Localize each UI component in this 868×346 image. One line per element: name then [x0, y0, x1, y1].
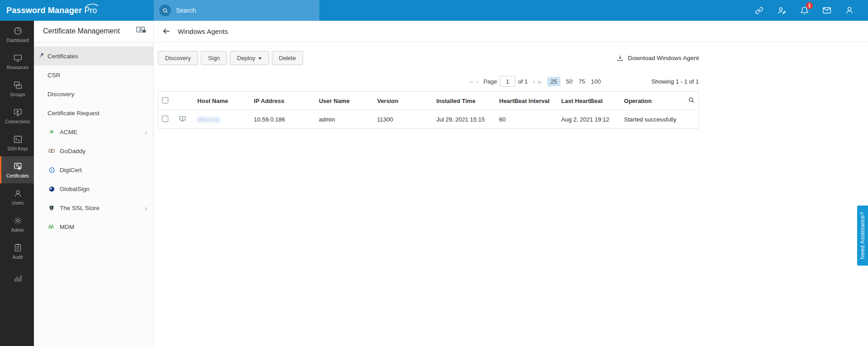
- notification-badge: 1: [806, 2, 813, 9]
- back-button[interactable]: [162, 27, 171, 36]
- page-size-50[interactable]: 50: [566, 78, 573, 85]
- digicert-icon: [47, 167, 56, 173]
- page-title: Windows Agents: [178, 28, 228, 35]
- sidebar-item-discovery[interactable]: Discovery: [34, 84, 153, 103]
- user-edit-icon[interactable]: [777, 5, 787, 15]
- download-icon: [617, 55, 624, 62]
- top-bar: Password Manager Pro 1: [0, 0, 868, 21]
- users-icon: [13, 189, 23, 198]
- sign-button[interactable]: Sign: [201, 51, 227, 65]
- toolbar: Discovery Sign Deploy Delete Download Wi…: [158, 51, 699, 65]
- connections-icon: [13, 108, 23, 117]
- sidebar-item-certificate-request[interactable]: Certificate Request: [34, 103, 153, 122]
- nav-item-connections[interactable]: Connections: [0, 102, 34, 129]
- cell-last-heartbeat: Aug 2, 2021 19:12: [558, 110, 621, 129]
- bar-chart-icon: [13, 274, 23, 283]
- table-row[interactable]: (blurred) 10.59.0.186 admin 11300 Jul 29…: [158, 110, 699, 129]
- host-name-link[interactable]: (blurred): [197, 116, 219, 123]
- col-ip-address: IP Address: [250, 92, 315, 110]
- sidebar-item-acme[interactable]: ✳ ACME ›: [34, 122, 153, 141]
- nav-item-audit[interactable]: Audit: [0, 238, 34, 265]
- audit-icon: [13, 243, 23, 252]
- last-page-button[interactable]: »: [538, 78, 541, 85]
- col-installed-time: Installed Time: [433, 92, 496, 110]
- page-number-input[interactable]: [500, 76, 515, 87]
- pin-icon: [38, 52, 45, 60]
- nav-item-resources[interactable]: Resources: [0, 48, 34, 75]
- cell-installed-time: Jul 29, 2021 15:15: [433, 110, 496, 129]
- search-input[interactable]: [176, 7, 314, 14]
- acme-icon: ✳: [47, 128, 56, 136]
- sidebar-item-globalsign[interactable]: GlobalSign: [34, 179, 153, 198]
- discovery-button[interactable]: Discovery: [158, 51, 198, 65]
- prev-page-button[interactable]: ‹: [476, 78, 479, 85]
- notifications-bell-icon[interactable]: 1: [799, 5, 809, 15]
- select-all-checkbox[interactable]: [162, 97, 168, 103]
- sidebar-item-digicert[interactable]: DigiCert: [34, 160, 153, 179]
- content-area: Discovery Sign Deploy Delete Download Wi…: [154, 42, 703, 129]
- certificate-sidebar: Certificate Management Certificates CSR …: [34, 21, 154, 346]
- nav-item-groups[interactable]: Groups: [0, 75, 34, 102]
- cell-ip-address: 10.59.0.186: [250, 110, 315, 129]
- col-operation: Operation: [621, 92, 680, 110]
- main-panel: Windows Agents Discovery Sign Deploy Del…: [154, 21, 868, 346]
- profile-user-icon[interactable]: [844, 5, 854, 15]
- chevron-right-icon: ›: [145, 128, 147, 136]
- nav-item-users[interactable]: Users: [0, 183, 34, 210]
- delete-button[interactable]: Delete: [272, 51, 304, 65]
- app-logo: Password Manager Pro: [0, 0, 154, 21]
- page-size-25[interactable]: 25: [547, 77, 560, 86]
- need-assistance-tab[interactable]: Need Assistance?: [857, 206, 868, 266]
- godaddy-icon: [47, 148, 56, 154]
- sidebar-items: Certificates CSR Discovery Certificate R…: [34, 42, 153, 236]
- main-header: Windows Agents: [154, 21, 868, 42]
- deploy-button[interactable]: Deploy: [230, 51, 269, 65]
- link-icon[interactable]: [754, 5, 764, 15]
- sidebar-header: Certificate Management: [34, 21, 153, 42]
- sidebar-item-godaddy[interactable]: GoDaddy: [34, 141, 153, 160]
- page-label: Page: [484, 78, 497, 85]
- search-icon[interactable]: [159, 5, 171, 16]
- top-icon-group: 1: [754, 0, 868, 21]
- admin-icon: [13, 216, 23, 225]
- sidebar-item-certificates[interactable]: Certificates: [34, 47, 153, 65]
- globalsign-icon: [47, 186, 56, 192]
- cell-operation: Started successfully: [621, 110, 680, 129]
- cell-heartbeat-interval: 60: [496, 110, 558, 129]
- col-host-name: Host Name: [194, 92, 250, 110]
- primary-nav: Dashboard Resources Groups Connections S…: [0, 21, 34, 346]
- col-heartbeat-interval: HeartBeat Interval: [496, 92, 558, 110]
- first-page-button[interactable]: «: [470, 78, 473, 85]
- sidebar-item-csr[interactable]: CSR: [34, 65, 153, 84]
- ssh-keys-icon: [13, 135, 23, 144]
- logo-title: Password Manager: [6, 6, 82, 15]
- download-windows-agent-button[interactable]: Download Windows Agent: [617, 55, 699, 62]
- chevron-right-icon: ›: [145, 204, 147, 212]
- nav-item-reports[interactable]: [0, 265, 34, 292]
- col-last-heartbeat: Last HeartBeat: [558, 92, 621, 110]
- caret-down-icon: [258, 57, 262, 60]
- nav-item-ssh-keys[interactable]: SSH Keys: [0, 129, 34, 156]
- table-search-icon[interactable]: [688, 98, 695, 105]
- mail-icon[interactable]: [822, 5, 832, 15]
- cell-version: 11300: [374, 110, 433, 129]
- groups-icon: [13, 80, 23, 90]
- agent-host-icon: [179, 117, 186, 124]
- back-arrow-icon: [162, 27, 171, 36]
- sidebar-item-ssl-store[interactable]: The SSL Store ›: [34, 198, 153, 217]
- nav-item-dashboard[interactable]: Dashboard: [0, 21, 34, 48]
- agents-table: Host Name IP Address User Name Version I…: [158, 91, 699, 129]
- page-size-options: 25 50 75 100: [547, 77, 601, 86]
- row-checkbox[interactable]: [162, 116, 168, 122]
- ssl-store-icon: [47, 205, 56, 211]
- sidebar-item-mdm[interactable]: MDM: [34, 217, 153, 236]
- next-page-button[interactable]: ›: [533, 78, 535, 85]
- certificate-sync-icon[interactable]: [136, 26, 146, 36]
- page-size-75[interactable]: 75: [579, 78, 585, 85]
- nav-item-admin[interactable]: Admin: [0, 210, 34, 238]
- resources-icon: [13, 53, 23, 63]
- nav-item-certificates[interactable]: Certificates: [0, 156, 34, 183]
- page-size-100[interactable]: 100: [591, 78, 601, 85]
- mdm-icon: [47, 224, 56, 229]
- page-of-label: of 1: [518, 78, 528, 85]
